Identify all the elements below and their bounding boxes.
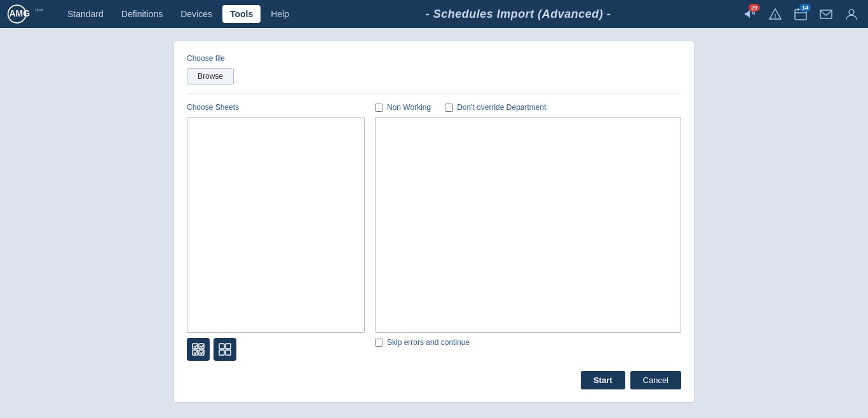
navbar: AMG time Standard Definitions Devices To… <box>0 0 868 28</box>
sheets-preview-section: Choose Sheets <box>187 103 681 361</box>
nav-icons: 29 ! 14 <box>740 4 862 24</box>
non-working-label[interactable]: Non Working <box>387 103 431 112</box>
user-icon[interactable] <box>841 4 862 24</box>
calendar-icon[interactable]: 14 <box>790 4 811 24</box>
svg-rect-17 <box>226 350 231 355</box>
cancel-button[interactable]: Cancel <box>630 371 681 389</box>
svg-rect-15 <box>226 344 231 349</box>
non-working-row: Non Working Don't override Department <box>375 103 681 112</box>
mail-icon[interactable] <box>816 4 836 24</box>
svg-text:!: ! <box>775 13 776 19</box>
nav-definitions[interactable]: Definitions <box>114 5 170 23</box>
sheets-listbox[interactable] <box>187 117 365 333</box>
megaphone-badge: 29 <box>749 4 760 11</box>
skip-errors-row: Skip errors and continue <box>375 338 681 347</box>
dont-override-checkbox[interactable] <box>445 104 453 112</box>
action-row: Start Cancel <box>187 371 681 389</box>
non-working-checkbox[interactable] <box>375 104 383 112</box>
skip-errors-label[interactable]: Skip errors and continue <box>387 338 470 347</box>
nav-standard[interactable]: Standard <box>60 5 111 23</box>
file-section: Choose file Browse <box>187 54 681 94</box>
nav-help[interactable]: Help <box>263 5 297 23</box>
svg-rect-14 <box>219 344 224 349</box>
nav-tools[interactable]: Tools <box>222 5 261 23</box>
skip-errors-checkbox[interactable] <box>375 339 383 347</box>
svg-point-9 <box>849 10 854 15</box>
page-title: - Schedules Import (Advanced) - <box>299 8 737 21</box>
svg-rect-16 <box>219 350 224 355</box>
deselect-all-button[interactable] <box>214 338 236 361</box>
svg-rect-8 <box>820 10 832 18</box>
start-button[interactable]: Start <box>581 371 625 389</box>
logo[interactable]: AMG time <box>6 3 51 25</box>
dont-override-label[interactable]: Don't override Department <box>457 103 546 112</box>
preview-listbox[interactable] <box>375 117 681 333</box>
import-card: Choose file Browse Choose Sheets <box>173 41 695 403</box>
preview-column: Non Working Don't override Department Sk… <box>375 103 681 347</box>
choose-file-label: Choose file <box>187 54 681 63</box>
browse-button[interactable]: Browse <box>187 68 234 84</box>
sheets-toolbar <box>187 338 365 361</box>
svg-text:AMG: AMG <box>9 8 30 18</box>
nav-devices[interactable]: Devices <box>173 5 220 23</box>
calendar-badge: 14 <box>799 4 811 11</box>
main-content: Choose file Browse Choose Sheets <box>0 28 868 415</box>
megaphone-icon[interactable]: 29 <box>740 4 760 24</box>
choose-sheets-label: Choose Sheets <box>187 103 365 112</box>
sheets-column: Choose Sheets <box>187 103 365 361</box>
warning-icon[interactable]: ! <box>765 4 785 24</box>
svg-text:time: time <box>36 8 44 12</box>
select-all-button[interactable] <box>187 338 210 361</box>
